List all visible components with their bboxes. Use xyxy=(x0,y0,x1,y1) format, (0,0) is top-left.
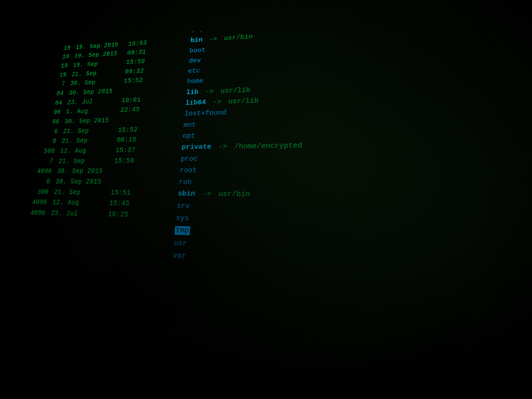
right-column: . . bin -> usr/bin boot dev etc xyxy=(154,3,532,399)
left-row: 0 30. Sep 2015 xyxy=(29,177,174,188)
left-column: 19 19. Sep 2015 15:53 19 19. Sep 2015 09… xyxy=(0,27,187,399)
left-row: 4096 23. Jul 10:25 xyxy=(23,207,171,221)
terminal-window: 19 19. Sep 2015 15:53 19 19. Sep 2015 09… xyxy=(0,0,532,399)
terminal-content: 19 19. Sep 2015 15:53 19 19. Sep 2015 09… xyxy=(0,0,532,399)
left-row: 560 12. Aug 15:37 xyxy=(34,145,177,157)
left-row: 7 21. Sep 15:50 xyxy=(32,155,176,167)
file-row-root: root xyxy=(179,163,532,177)
left-row: 4096 30. Sep 2015 xyxy=(30,166,176,177)
